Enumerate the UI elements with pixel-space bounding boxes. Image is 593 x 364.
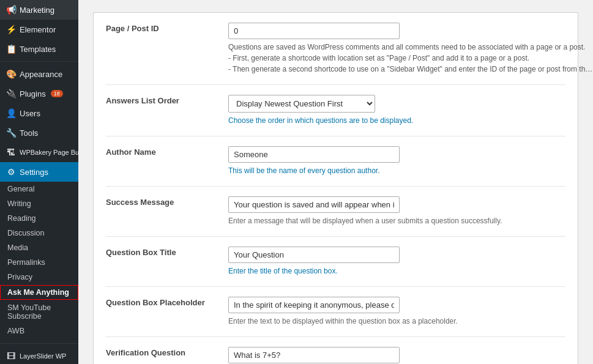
plugins-badge: 18: [51, 90, 63, 97]
sidebar-item-settings[interactable]: ⚙ Settings: [0, 162, 78, 182]
sidebar-sub-sm-youtube[interactable]: SM YouTube Subscribe: [0, 300, 78, 324]
sidebar-sub-writing[interactable]: Writing: [0, 196, 78, 211]
row-success-message: Success Message Enter a message that wil…: [106, 187, 565, 237]
input-page-post-id[interactable]: [228, 23, 400, 39]
input-question-box-title[interactable]: [228, 247, 400, 263]
label-answers-list-order: Answers List Order: [106, 95, 228, 106]
desc-question-box-placeholder: Enter the text to be displayed within th…: [228, 316, 565, 327]
sidebar-item-label: Marketing: [20, 6, 54, 15]
control-page-post-id: Questions are saved as WordPress comment…: [228, 23, 593, 75]
sidebar-sub-general[interactable]: General: [0, 182, 78, 196]
users-icon: 👤: [6, 108, 16, 118]
control-author-name: This will be the name of every question …: [228, 146, 565, 176]
plugins-icon: 🔌: [6, 89, 16, 98]
sidebar-item-users[interactable]: 👤 Users: [0, 103, 78, 123]
input-author-name[interactable]: [228, 146, 400, 163]
select-answers-list-order[interactable]: Display Newest Question First Display Ol…: [228, 95, 375, 113]
desc-answers-list-order: Choose the order in which questions are …: [228, 115, 565, 126]
sidebar-sub-privacy[interactable]: Privacy: [0, 270, 78, 284]
row-verification-question: Verification Question Enter a test quest…: [106, 337, 565, 364]
sidebar-item-templates[interactable]: 📋 Templates: [0, 39, 78, 59]
sidebar-sub-media[interactable]: Media: [0, 240, 78, 255]
layerslider-icon: 🎞: [6, 351, 16, 361]
desc-page-post-id: Questions are saved as WordPress comment…: [228, 42, 593, 75]
row-author-name: Author Name This will be the name of eve…: [106, 136, 565, 187]
sidebar-item-label: WPBakery Page Builder: [20, 149, 78, 156]
desc-question-box-title: Enter the title of the question box.: [228, 266, 565, 277]
wpbakery-icon: 🏗: [6, 147, 16, 157]
row-answers-list-order: Answers List Order Display Newest Questi…: [106, 85, 565, 136]
sidebar-item-appearance[interactable]: 🎨 Appearance: [0, 64, 78, 84]
main-content: Page / Post ID Questions are saved as Wo…: [78, 0, 593, 364]
divider2: [0, 343, 78, 344]
sidebar-sub-ask-me-anything[interactable]: Ask Me Anything: [0, 285, 78, 300]
divider: [0, 61, 78, 62]
desc-success-message: Enter a message that will be displayed w…: [228, 215, 565, 226]
sidebar-item-label: Users: [20, 109, 40, 118]
settings-icon: ⚙: [6, 167, 16, 177]
sidebar-item-label: Plugins: [20, 89, 46, 98]
input-verification-question[interactable]: [228, 347, 400, 363]
templates-icon: 📋: [6, 44, 16, 54]
label-page-post-id: Page / Post ID: [106, 23, 228, 34]
control-question-box-placeholder: Enter the text to be displayed within th…: [228, 297, 565, 327]
settings-form: Page / Post ID Questions are saved as Wo…: [93, 12, 578, 364]
sidebar-item-layerslider[interactable]: 🎞 LayerSlider WP: [0, 346, 78, 364]
elementor-icon: ⚡: [6, 24, 16, 34]
marketing-icon: 📢: [6, 5, 16, 15]
sidebar-item-plugins[interactable]: 🔌 Plugins 18: [0, 84, 78, 103]
sidebar: 📢 Marketing ⚡ Elementor 📋 Templates 🎨 Ap…: [0, 0, 78, 364]
label-author-name: Author Name: [106, 146, 228, 158]
control-success-message: Enter a message that will be displayed w…: [228, 196, 565, 226]
sidebar-sub-permalinks[interactable]: Permalinks: [0, 255, 78, 270]
label-question-box-title: Question Box Title: [106, 247, 228, 258]
input-question-box-placeholder[interactable]: [228, 297, 400, 313]
sidebar-sub-awb[interactable]: AWB: [0, 324, 78, 338]
label-question-box-placeholder: Question Box Placeholder: [106, 297, 228, 308]
sidebar-item-label: Tools: [20, 128, 38, 138]
desc-author-name: This will be the name of every question …: [228, 165, 565, 176]
label-verification-question: Verification Question: [106, 347, 228, 358]
row-question-box-placeholder: Question Box Placeholder Enter the text …: [106, 287, 565, 337]
sidebar-item-wpbakery[interactable]: 🏗 WPBakery Page Builder: [0, 143, 78, 162]
row-page-post-id: Page / Post ID Questions are saved as Wo…: [106, 13, 565, 85]
tools-icon: 🔧: [6, 128, 16, 138]
sidebar-item-label: Templates: [20, 45, 56, 54]
control-verification-question: Enter a test question to verify the user…: [228, 347, 565, 364]
sidebar-sub-discussion[interactable]: Discussion: [0, 226, 78, 240]
sidebar-item-label: Appearance: [20, 70, 62, 79]
sidebar-item-label: Elementor: [20, 25, 56, 34]
sidebar-item-tools[interactable]: 🔧 Tools: [0, 123, 78, 143]
sidebar-item-label: Settings: [20, 168, 48, 177]
input-success-message[interactable]: [228, 196, 400, 213]
appearance-icon: 🎨: [6, 69, 16, 79]
sidebar-item-label: LayerSlider WP: [20, 352, 66, 360]
sidebar-sub-reading[interactable]: Reading: [0, 211, 78, 226]
label-success-message: Success Message: [106, 196, 228, 208]
control-answers-list-order: Display Newest Question First Display Ol…: [228, 95, 565, 126]
control-question-box-title: Enter the title of the question box.: [228, 247, 565, 277]
row-question-box-title: Question Box Title Enter the title of th…: [106, 237, 565, 287]
sidebar-item-marketing[interactable]: 📢 Marketing: [0, 0, 78, 20]
sidebar-item-elementor[interactable]: ⚡ Elementor: [0, 20, 78, 39]
